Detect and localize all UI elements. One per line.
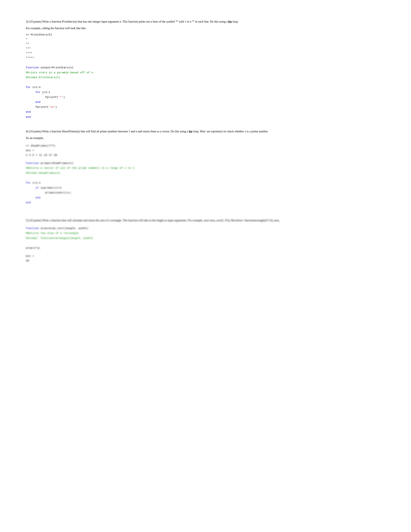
q3-text-2: that has one integer input argument xyxy=(77,20,120,23)
q4-comment-2: %Format:ShowPrimes(n) xyxy=(26,171,380,176)
q3-for-keyword: for xyxy=(228,20,232,23)
q3-text-3: . This function prints out n lines of th… xyxy=(121,20,228,23)
q3-end-function: end xyxy=(26,115,380,120)
q4-for-sig: i=1:n xyxy=(31,181,41,184)
q3-code-function: function output=PrintStars(n) xyxy=(26,65,380,70)
q4-end-for: end xyxy=(26,200,380,205)
q3-for-inner: for j=1:i xyxy=(36,90,380,95)
q3-for-keyword-1: for xyxy=(26,86,31,89)
q3-end-keyword-1: end xyxy=(36,101,40,104)
q3-output-line-3: *** xyxy=(26,47,380,51)
q5-comment-2: %Format: functionrectangle(length, width… xyxy=(26,236,380,241)
q3-command-line: >> PrintStars(5) xyxy=(26,33,380,37)
q5-code-block: function area=area_rect(length, width) %… xyxy=(26,226,380,251)
q4-function-sig: primes=ShowPrimes(n) xyxy=(39,162,74,165)
question-4-section: 4) (10 points) Write a function ShowPrim… xyxy=(26,129,380,205)
q4-if-cond: isprime(i)==1 xyxy=(39,186,62,190)
q3-n-var: n xyxy=(120,20,121,23)
q5-function-keyword: function xyxy=(26,227,39,230)
question-3-description: 3) (10 points) Write a function PrintSta… xyxy=(26,19,380,24)
q5-description: 5) (10 points) Write a function that wil… xyxy=(26,218,380,223)
q3-for-outer-sig: i=1:n xyxy=(31,86,41,89)
q3-output-line-5: ***** xyxy=(26,56,380,60)
q3-output-line-1: * xyxy=(26,37,380,42)
q3-for-outer: for i=1:n xyxy=(26,85,380,90)
q4-end-keyword-1: end xyxy=(36,196,40,199)
q3-fprintf-newline-close: ) xyxy=(55,105,57,109)
q4-blurred-ans: ans = xyxy=(26,148,380,153)
q3-fprintf-call: fprintf( xyxy=(45,96,58,99)
q3-text-4: loop. xyxy=(232,20,239,23)
q4-function-line: function primes=ShowPrimes(n) xyxy=(26,161,380,166)
q3-fprintf-2: fprintf('\n') xyxy=(36,105,380,110)
q4-end-if: end xyxy=(36,195,380,200)
q4-blurred-values: 2 3 5 7 11 23 37 38 xyxy=(26,153,380,158)
q3-output-line-2: ** xyxy=(26,42,380,47)
q3-output-line-4: **** xyxy=(26,51,380,56)
q5-comment-1: %Returns the area of a rectangle xyxy=(26,231,380,236)
q5-function-line: function area=area_rect(length, width) xyxy=(26,226,380,231)
q3-code-block: function output=PrintStars(n) %Prints st… xyxy=(26,65,380,120)
q5-function-sig: area=area_rect(length, width) xyxy=(39,227,88,230)
q4-code-block: function primes=ShowPrimes(n) %Returns a… xyxy=(26,161,380,205)
q3-string-star: '*' xyxy=(58,96,63,99)
q3-function-name: PrintStars(n) xyxy=(62,20,77,23)
q5-result: ans = 40 xyxy=(26,254,380,263)
q5-result-text: ans = xyxy=(26,254,380,259)
q5-result-value: 40 xyxy=(26,259,380,263)
q4-blurred-command: >> ShowPrimes(???) xyxy=(26,144,380,148)
q3-end-keyword-2: end xyxy=(26,110,31,114)
q4-example-intro: As an example, xyxy=(26,136,380,140)
q4-body-line: primes(end+1)=i; xyxy=(45,190,380,195)
q3-for-inner-sig: j=1:i xyxy=(40,91,50,94)
q3-fprintf-newline: fprintf( xyxy=(36,105,49,109)
q5-blurred-content: 5) (10 points) Write a function that wil… xyxy=(26,218,380,263)
q4-for-keyword-1: for xyxy=(26,181,31,184)
question-3-section: 3) (10 points) Write a function PrintSta… xyxy=(26,19,380,119)
q4-for-line: for i=1:n xyxy=(26,180,380,186)
q4-blurred-example: >> ShowPrimes(???) ans = 2 3 5 7 11 23 3… xyxy=(26,144,380,158)
q3-function-keyword: function xyxy=(26,66,39,69)
q4-blurred-code: function primes=ShowPrimes(n) %Returns a… xyxy=(26,161,380,205)
q3-command: PrintStars(5) xyxy=(31,33,52,36)
q4-text-1: 4) (10 points) Write a function ShowPrim… xyxy=(26,130,189,133)
q4-comment-1: %Returns a vector of all of the prime nu… xyxy=(26,166,380,171)
q3-example-intro: For example, calling the function will l… xyxy=(26,26,380,31)
q3-end-keyword-3: end xyxy=(26,115,31,118)
q4-text-2: loop. Hint: use isprime(x) to check whet… xyxy=(193,130,268,133)
q4-description: 4) (10 points) Write a function ShowPrim… xyxy=(26,129,380,134)
q3-fprintf-close: ) xyxy=(63,96,65,99)
question-5-section: 5) (10 points) Write a function that wil… xyxy=(26,218,380,263)
q3-text-1: 3) (10 points) Write a function xyxy=(26,20,62,23)
q3-blank-line xyxy=(26,80,380,85)
q5-body: area=l*w; xyxy=(26,246,380,251)
q5-blank xyxy=(26,241,380,246)
prompt: >> xyxy=(26,33,31,36)
q4-end-keyword-2: end xyxy=(26,201,31,204)
q4-if-line: if isprime(i)==1 xyxy=(36,186,380,190)
q3-string-newline: '\n' xyxy=(49,105,55,109)
q4-blurred-output: >> ShowPrimes(???) ans = 2 3 5 7 11 23 3… xyxy=(26,144,380,158)
q4-function-keyword: function xyxy=(26,162,39,165)
q3-comment-2: %Format:PrintStars(n) xyxy=(26,75,380,80)
q3-fprintf-1: fprintf('*') xyxy=(45,95,380,100)
q3-function-sig: output=PrintStars(n) xyxy=(39,66,74,69)
q3-end-inner: end xyxy=(36,100,380,105)
q4-blank xyxy=(26,176,380,181)
q3-for-keyword-2: for xyxy=(36,91,40,94)
q4-if-keyword: if xyxy=(36,186,39,190)
page-content: 3) (10 points) Write a function PrintSta… xyxy=(26,19,380,263)
q3-example-output: >> PrintStars(5) * ** *** **** ***** xyxy=(26,33,380,60)
q3-end-outer: end xyxy=(26,110,380,115)
q4-for-keyword: for xyxy=(189,130,193,133)
q3-comment-1: %Prints stars in a pyramid based off of … xyxy=(26,70,380,75)
